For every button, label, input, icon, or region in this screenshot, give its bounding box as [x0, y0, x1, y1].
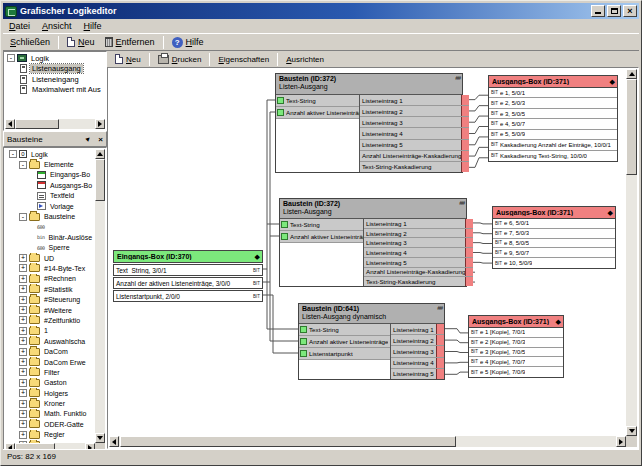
tree-item-1[interactable]: +1 [5, 326, 96, 336]
expand-icon[interactable]: + [19, 337, 27, 345]
expand-icon[interactable]: + [19, 410, 27, 418]
close-view-button[interactable]: Schließen [5, 35, 55, 50]
scroll-right-icon[interactable] [95, 119, 105, 129]
canvas-hscrollbar[interactable] [109, 436, 626, 447]
tree-vscrollbar[interactable] [95, 149, 105, 443]
minimize-button[interactable] [591, 5, 605, 17]
expand-icon[interactable]: + [19, 400, 27, 408]
scroll-left-icon[interactable] [109, 436, 119, 447]
expand-icon[interactable]: + [19, 254, 27, 262]
input-connector[interactable] [300, 350, 307, 357]
block-header[interactable]: Baustein (ID:372)Listen-Ausgang## [280, 199, 466, 219]
expand-icon[interactable]: + [19, 431, 27, 439]
output-connector[interactable] [465, 248, 473, 257]
expand-icon[interactable]: + [19, 275, 27, 283]
menu-ansicht[interactable]: Ansicht [36, 20, 78, 32]
tree-item-Sperre[interactable]: 600Sperre [5, 243, 96, 253]
ausgangs-box-ausgangs_mid[interactable]: Ausgangs-Box (ID:371)◆BITe 6, 5/0/1BITe … [492, 206, 616, 269]
output-connector[interactable] [465, 258, 473, 267]
expand-icon[interactable]: + [19, 358, 27, 366]
expand-icon[interactable]: + [19, 296, 27, 304]
output-connector[interactable] [436, 335, 444, 345]
tree-item-Vorlage[interactable]: Vorlage [5, 201, 96, 211]
remove-button[interactable]: Entfernen [100, 35, 160, 50]
diamond-icon[interactable]: ◆ [608, 208, 613, 218]
ausgangs-box-header[interactable]: Ausgangs-Box (ID:371)◆ [468, 315, 564, 328]
tree-item-Regler[interactable]: +Regler [5, 430, 96, 440]
tree-item-UD[interactable]: +UD [5, 253, 96, 263]
ausgangs-box-header[interactable]: Ausgangs-Box (ID:371)◆ [492, 206, 616, 219]
output-connector[interactable] [461, 117, 469, 127]
panel-close-icon[interactable]: × [98, 135, 103, 144]
logik-tree-root[interactable]: -Logik [5, 53, 105, 64]
scroll-thumb[interactable] [120, 436, 456, 447]
scroll-up-icon[interactable] [626, 69, 637, 79]
menu-datei[interactable]: Datei [3, 20, 36, 32]
maximize-button[interactable] [607, 5, 621, 17]
ausgangs-box-ausgangs_top[interactable]: Ausgangs-Box (ID:371)◆BITe 1, 5/0/1BITe … [488, 75, 618, 162]
block-header[interactable]: Baustein (ID:641)Listen-Ausgang dynamisc… [299, 304, 444, 324]
expand-icon[interactable]: + [19, 420, 27, 428]
canvas-vscrollbar[interactable] [626, 69, 637, 436]
logic-canvas[interactable]: Baustein (ID:372)Listen-Ausgang##Text-St… [107, 67, 639, 449]
baustein-block-baustein_mid[interactable]: Baustein (ID:372)Listen-Ausgang##Text-St… [279, 198, 467, 287]
scroll-left-icon[interactable] [5, 119, 15, 129]
tree-item-Bausteine[interactable]: -Bausteine [5, 211, 96, 221]
tree-item-#Statistik[interactable]: +#Statistik [5, 284, 96, 294]
input-connector[interactable] [300, 326, 307, 333]
tree-item-Kroner[interactable]: +Kroner [5, 398, 96, 408]
tree-item-Logik[interactable]: -0Logik [5, 149, 96, 159]
output-connector[interactable] [465, 277, 473, 286]
canvas-new-button[interactable]: Neu [110, 53, 146, 65]
tree-item-unnamed[interactable]: 600 [5, 222, 96, 232]
collapse-icon[interactable]: - [19, 161, 27, 169]
scroll-down-icon[interactable] [95, 433, 105, 443]
tree-item-#14-Byte-Tex[interactable]: +#14-Byte-Tex [5, 263, 96, 273]
input-connector[interactable] [300, 338, 307, 345]
output-connector[interactable] [461, 128, 469, 138]
properties-button[interactable]: Eigenschaften [213, 54, 274, 65]
output-connector[interactable] [461, 95, 469, 105]
output-connector[interactable] [465, 219, 473, 228]
expand-icon[interactable]: + [19, 368, 27, 376]
logik-list-item[interactable]: Maximalwert mit Aus [5, 85, 105, 96]
title-bar[interactable]: Grafischer Logikeditor × [3, 3, 639, 19]
print-button[interactable]: Drucken [153, 54, 207, 65]
scroll-thumb[interactable] [95, 159, 105, 201]
scroll-thumb[interactable] [626, 79, 637, 175]
logik-list-item[interactable]: Listenausgang [5, 64, 105, 75]
tree-item-Binär-Auslöse[interactable]: binBinär-Auslöse [5, 232, 96, 242]
tree-item-Textfeld[interactable]: Textfeld [5, 191, 96, 201]
grid-handle-icon[interactable]: ## [455, 75, 460, 81]
tree-item-DaCom Erwe[interactable]: +DaCom Erwe [5, 357, 96, 367]
tree-item-DaCom[interactable]: +DaCom [5, 346, 96, 356]
scroll-down-icon[interactable] [626, 426, 637, 436]
output-connector[interactable] [461, 140, 469, 150]
ausgangs-box-header[interactable]: Ausgangs-Box (ID:371)◆ [488, 75, 618, 88]
baustein-block-baustein_dyn[interactable]: Baustein (ID:641)Listen-Ausgang dynamisc… [298, 303, 445, 380]
expand-icon[interactable]: + [19, 285, 27, 293]
block-header[interactable]: Baustein (ID:372)Listen-Ausgang## [276, 74, 462, 95]
expand-icon[interactable]: + [19, 389, 27, 397]
dock-pin-icon[interactable] [86, 135, 95, 144]
output-connector[interactable] [436, 358, 444, 368]
expand-icon[interactable]: + [19, 264, 27, 272]
output-connector[interactable] [461, 151, 469, 161]
output-connector[interactable] [461, 106, 469, 116]
scroll-up-icon[interactable] [95, 149, 105, 159]
logik-list-item[interactable]: Listeneingang [5, 74, 105, 85]
new-button[interactable]: Neu [62, 35, 100, 50]
collapse-icon[interactable]: - [9, 150, 17, 158]
tree-item-Ausgangs-Bo[interactable]: Ausgangs-Bo [5, 180, 96, 190]
baustein-block-baustein_top[interactable]: Baustein (ID:372)Listen-Ausgang##Text-St… [275, 73, 463, 173]
ausgangs-box-ausgangs_kopie[interactable]: Ausgangs-Box (ID:371)◆BITe 1 [Kopie], 7/… [468, 315, 564, 378]
help-button[interactable]: ? Hilfe [167, 35, 209, 50]
expand-icon[interactable]: + [19, 348, 27, 356]
eingangs-box-header[interactable]: Eingangs-Box (ID:370)◆ [113, 250, 263, 263]
output-connector[interactable] [436, 324, 444, 334]
tree-item-Auswahlscha[interactable]: +Auswahlscha [5, 336, 96, 346]
output-connector[interactable] [465, 238, 473, 247]
diamond-icon[interactable]: ◆ [610, 77, 615, 87]
eingangs-box-eingangs[interactable]: Eingangs-Box (ID:370)◆Text_String, 3/0/1… [113, 250, 263, 302]
output-connector[interactable] [465, 268, 473, 277]
